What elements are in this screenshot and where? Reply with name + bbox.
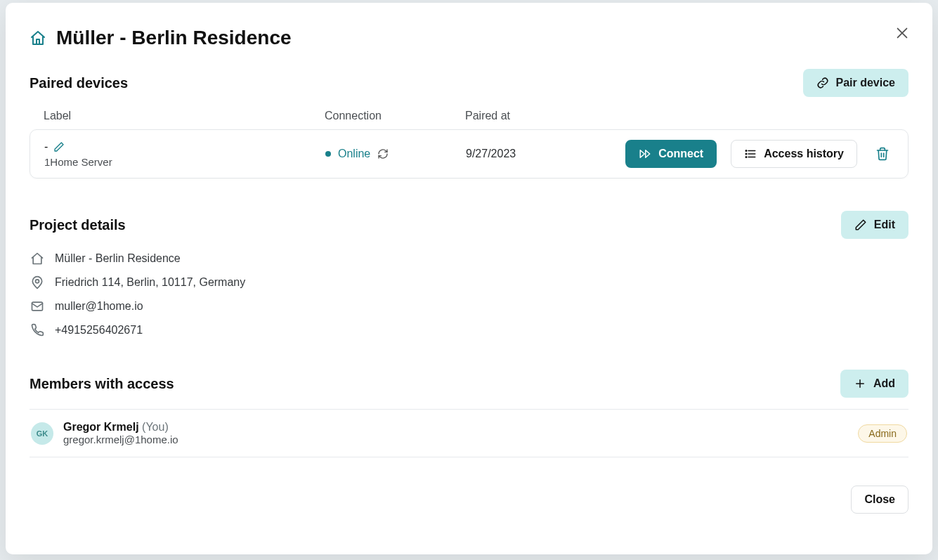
project-modal: Müller - Berlin Residence Paired devices…: [6, 3, 932, 554]
plus-icon: [854, 377, 866, 390]
svg-marker-2: [640, 150, 644, 158]
modal-header: Müller - Berlin Residence: [30, 27, 908, 49]
modal-title: Müller - Berlin Residence: [56, 27, 292, 49]
device-label: -: [44, 141, 48, 153]
edit-label-icon[interactable]: [53, 141, 65, 152]
close-icon[interactable]: [892, 22, 913, 44]
detail-phone-value: +4915256402671: [55, 324, 143, 337]
refresh-icon[interactable]: [377, 148, 389, 159]
svg-point-9: [745, 157, 747, 158]
device-row: - 1Home Server Online 9/27/2023: [30, 129, 908, 178]
member-name: Gregor Krmelj: [63, 421, 139, 433]
add-member-button[interactable]: Add: [840, 370, 908, 398]
link-icon: [816, 77, 829, 89]
access-history-button[interactable]: Access history: [731, 140, 857, 168]
device-paired-at: 9/27/2023: [466, 148, 606, 160]
connect-button[interactable]: Connect: [625, 140, 717, 168]
detail-address-value: Friedrich 114, Berlin, 10117, Germany: [55, 276, 245, 289]
project-details-section: Project details Edit Müller - Berlin Res…: [30, 211, 908, 337]
device-type: 1Home Server: [44, 156, 325, 168]
edit-project-button[interactable]: Edit: [841, 211, 908, 239]
add-label: Add: [873, 377, 895, 390]
member-you-suffix: (You): [142, 421, 169, 433]
col-connection: Connection: [325, 110, 465, 122]
detail-address: Friedrich 114, Berlin, 10117, Germany: [30, 275, 908, 289]
svg-marker-3: [646, 150, 650, 158]
modal-footer: Close: [30, 486, 908, 514]
detail-name: Müller - Berlin Residence: [30, 252, 908, 266]
device-table-header: Label Connection Paired at: [30, 110, 908, 122]
detail-name-value: Müller - Berlin Residence: [55, 252, 181, 265]
member-email: gregor.krmelj@1home.io: [63, 434, 178, 445]
members-title: Members with access: [30, 376, 174, 392]
fast-forward-icon: [639, 148, 651, 160]
col-label: Label: [44, 110, 325, 122]
house-icon: [30, 252, 45, 266]
pair-device-button[interactable]: Pair device: [803, 69, 909, 97]
house-icon: [30, 30, 46, 46]
pair-device-label: Pair device: [836, 77, 896, 89]
connect-label: Connect: [658, 148, 703, 160]
col-paired-at: Paired at: [465, 110, 606, 122]
svg-point-10: [36, 280, 39, 283]
paired-devices-title: Paired devices: [30, 75, 128, 91]
avatar: GK: [31, 422, 53, 445]
close-button-label: Close: [864, 493, 895, 506]
svg-point-7: [745, 150, 747, 152]
edit-label: Edit: [874, 219, 895, 231]
envelope-icon: [30, 299, 45, 313]
svg-point-8: [745, 153, 747, 155]
phone-icon: [30, 323, 45, 337]
status-dot-icon: [325, 151, 331, 157]
pencil-icon: [854, 219, 867, 231]
project-details-title: Project details: [30, 217, 126, 233]
detail-email: muller@1home.io: [30, 299, 908, 313]
member-row: GK Gregor Krmelj (You) gregor.krmelj@1ho…: [30, 409, 908, 457]
delete-device-button[interactable]: [871, 143, 894, 165]
device-status: Online: [338, 148, 370, 160]
list-icon: [744, 148, 757, 160]
map-pin-icon: [30, 275, 45, 289]
role-badge: Admin: [858, 424, 907, 443]
access-history-label: Access history: [764, 148, 844, 160]
paired-devices-section: Paired devices Pair device Label Connect…: [30, 69, 908, 178]
detail-email-value: muller@1home.io: [55, 300, 143, 313]
close-button[interactable]: Close: [851, 486, 908, 514]
members-section: Members with access Add GK Gregor Krmelj…: [30, 370, 908, 457]
detail-phone: +4915256402671: [30, 323, 908, 337]
